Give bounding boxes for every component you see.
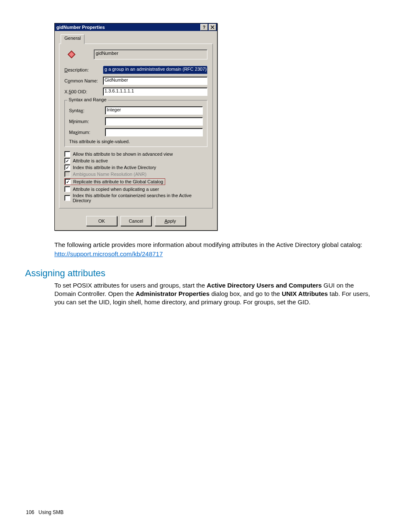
help-button[interactable]: ? bbox=[200, 24, 208, 31]
checkbox-copied-duplicate[interactable] bbox=[64, 186, 70, 192]
checkbox-anr bbox=[64, 171, 70, 177]
x500-oid-field: 1.3.6.1.1.1.1.1 bbox=[103, 87, 207, 96]
checkbox-label: Index this attribute for containerized s… bbox=[73, 193, 207, 203]
heading-assigning-attributes: Assigning attributes bbox=[25, 268, 374, 279]
minimum-field[interactable] bbox=[105, 117, 203, 126]
syntax-range-group: Syntax and Range Syntax: Integer Minimum… bbox=[64, 100, 207, 147]
bold-unix-attrs: UNIX Attributes bbox=[282, 290, 328, 297]
attribute-name-box: gidNumber bbox=[94, 49, 207, 59]
checkbox-active[interactable]: ✓ bbox=[64, 158, 70, 164]
window-title: gidNumber Properties bbox=[56, 25, 200, 30]
maximum-field[interactable] bbox=[105, 128, 203, 136]
page-number: 106 bbox=[26, 509, 34, 515]
label-description: Description: bbox=[64, 67, 103, 72]
kb-link[interactable]: http://support.microsoft.com/kb/248717 bbox=[54, 250, 163, 257]
titlebar: gidNumber Properties ? bbox=[55, 23, 217, 31]
checkbox-replicate-gc[interactable]: ✓ bbox=[65, 179, 71, 185]
common-name-field: GidNumber bbox=[103, 77, 207, 85]
checkbox-label: Replicate this attribute to the Global C… bbox=[73, 179, 163, 184]
label-common-name: Common Name: bbox=[64, 78, 103, 83]
page-footer: 106 Using SMB bbox=[26, 509, 64, 515]
text-fragment: To set POSIX attributes for users and gr… bbox=[54, 282, 207, 289]
label-x500-oid: X.500 OID: bbox=[64, 89, 103, 94]
properties-dialog: gidNumber Properties ? General gidN bbox=[54, 23, 217, 231]
highlighted-option: ✓ Replicate this attribute to the Global… bbox=[64, 178, 165, 185]
paragraph-assigning: To set POSIX attributes for users and gr… bbox=[54, 281, 374, 307]
checkbox-label: Allow this attribute to be shown in adva… bbox=[73, 152, 173, 157]
checkbox-index-ad[interactable]: ✓ bbox=[64, 164, 70, 170]
close-icon bbox=[211, 26, 214, 29]
apply-button[interactable]: Apply bbox=[155, 216, 186, 226]
group-title: Syntax and Range bbox=[67, 97, 108, 102]
bold-aduc: Active Directory Users and Computers bbox=[207, 282, 322, 289]
single-valued-note: This attribute is single-valued. bbox=[69, 139, 203, 144]
text-fragment: dialog box, and go to the bbox=[210, 290, 282, 297]
checkbox-label: Ambiguous Name Resolution (ANR) bbox=[73, 172, 146, 177]
paragraph-intro: The following article provides more info… bbox=[54, 241, 374, 249]
checkbox-advanced-view[interactable] bbox=[64, 151, 70, 157]
attribute-icon bbox=[66, 49, 77, 60]
checkbox-label: Attribute is active bbox=[73, 158, 108, 163]
tab-general[interactable]: General bbox=[61, 34, 84, 44]
checkbox-label: Attribute is copied when duplicating a u… bbox=[73, 187, 159, 192]
label-syntax: Syntax: bbox=[69, 108, 105, 113]
ok-button[interactable]: OK bbox=[86, 216, 117, 226]
checkbox-index-containerized[interactable] bbox=[64, 195, 70, 201]
label-minimum: Minimum: bbox=[69, 119, 105, 124]
syntax-field: Integer bbox=[105, 106, 203, 115]
checkbox-list: Allow this attribute to be shown in adva… bbox=[64, 151, 207, 203]
section-title: Using SMB bbox=[38, 509, 64, 515]
checkbox-label: Index this attribute in the Active Direc… bbox=[73, 165, 156, 170]
label-maximum: Maximum: bbox=[69, 130, 105, 135]
bold-admin-props: Administrator Properties bbox=[136, 290, 210, 297]
cancel-button[interactable]: Cancel bbox=[120, 216, 151, 226]
close-button[interactable] bbox=[209, 24, 216, 31]
description-field[interactable]: g a group in an administrative domain (R… bbox=[103, 66, 207, 74]
